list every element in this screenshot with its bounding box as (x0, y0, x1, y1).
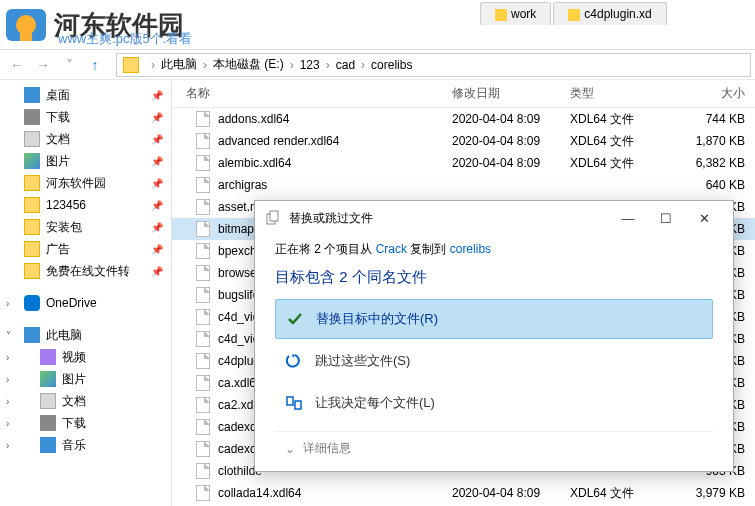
option-skip[interactable]: 跳过这些文件(S) (275, 341, 713, 381)
sidebar-item-num[interactable]: 123456📌 (0, 194, 171, 216)
file-icon (196, 419, 210, 435)
file-icon (196, 375, 210, 391)
sidebar-item-install[interactable]: 安装包📌 (0, 216, 171, 238)
svg-rect-5 (287, 397, 293, 405)
file-icon (196, 441, 210, 457)
option-decide[interactable]: 让我决定每个文件(L) (275, 383, 713, 423)
sidebar-item-pictures2[interactable]: ›图片 (0, 368, 171, 390)
file-date: 2020-04-04 8:09 (452, 134, 570, 148)
copy-icon (265, 210, 281, 226)
tab-plugin[interactable]: c4dplugin.xd (553, 2, 666, 25)
sidebar-item-documents2[interactable]: ›文档 (0, 390, 171, 412)
file-name: archigras (218, 178, 267, 192)
file-row[interactable]: archigras640 KB (172, 174, 755, 196)
window-tabs: work c4dplugin.xd (480, 2, 669, 25)
dest-link[interactable]: corelibs (450, 242, 491, 256)
chevron-right-icon: › (6, 352, 9, 363)
nav-up-button[interactable]: ↑ (82, 52, 108, 78)
breadcrumb-seg[interactable]: cad (336, 58, 355, 72)
maximize-button[interactable]: ☐ (647, 204, 685, 232)
file-row[interactable]: alembic.xdl642020-04-04 8:09XDL64 文件6,38… (172, 152, 755, 174)
file-icon (196, 133, 210, 149)
file-type: XDL64 文件 (570, 111, 670, 128)
replace-dialog: 替换或跳过文件 — ☐ ✕ 正在将 2 个项目从 Crack 复制到 corel… (254, 200, 734, 472)
col-size-header[interactable]: 大小 (670, 85, 755, 102)
sidebar: 桌面📌 下载📌 文档📌 图片📌 河东软件园📌 123456📌 安装包📌 广告📌 … (0, 80, 172, 506)
file-size: 1,870 KB (670, 134, 755, 148)
tab-work[interactable]: work (480, 2, 551, 25)
col-name-header[interactable]: 名称 (172, 85, 452, 102)
nav-forward-button: → (30, 52, 56, 78)
nav-recent-button[interactable]: ˅ (56, 52, 82, 78)
sidebar-item-downloads[interactable]: 下载📌 (0, 106, 171, 128)
sidebar-item-downloads2[interactable]: ›下载 (0, 412, 171, 434)
pin-icon: 📌 (151, 244, 163, 255)
chevron-right-icon: › (6, 418, 9, 429)
file-type: XDL64 文件 (570, 133, 670, 150)
file-icon (196, 397, 210, 413)
breadcrumb-seg[interactable]: 123 (300, 58, 320, 72)
file-type: XDL64 文件 (570, 485, 670, 502)
sidebar-item-freeonline[interactable]: 免费在线文件转📌 (0, 260, 171, 282)
file-row[interactable]: advanced render.xdl642020-04-04 8:09XDL6… (172, 130, 755, 152)
breadcrumb-drive[interactable]: 本地磁盘 (E:) (213, 56, 284, 73)
pc-icon (24, 327, 40, 343)
sidebar-item-desktop[interactable]: 桌面📌 (0, 84, 171, 106)
download-icon (40, 415, 56, 431)
col-type-header[interactable]: 类型 (570, 85, 670, 102)
col-date-header[interactable]: 修改日期 (452, 85, 570, 102)
check-icon (286, 310, 304, 328)
file-icon (196, 177, 210, 193)
picture-icon (24, 153, 40, 169)
file-icon (196, 111, 210, 127)
sidebar-item-documents[interactable]: 文档📌 (0, 128, 171, 150)
breadcrumb-seg[interactable]: corelibs (371, 58, 412, 72)
minimize-button[interactable]: — (609, 204, 647, 232)
source-link[interactable]: Crack (376, 242, 407, 256)
sidebar-item-thispc[interactable]: ˅此电脑 (0, 324, 171, 346)
file-icon (196, 287, 210, 303)
document-icon (24, 131, 40, 147)
compare-icon (285, 394, 303, 412)
file-size: 6,382 KB (670, 156, 755, 170)
option-replace[interactable]: 替换目标中的文件(R) (275, 299, 713, 339)
file-name: collada14.xdl64 (218, 486, 301, 500)
file-date: 2020-04-04 8:09 (452, 156, 570, 170)
chevron-right-icon: › (6, 298, 9, 309)
sidebar-item-pictures[interactable]: 图片📌 (0, 150, 171, 172)
file-row[interactable]: addons.xdl642020-04-04 8:09XDL64 文件744 K… (172, 108, 755, 130)
toolbar: ← → ˅ ↑ › 此电脑 › 本地磁盘 (E:) › 123 › cad › … (0, 50, 755, 80)
file-icon (196, 309, 210, 325)
chevron-down-icon: ⌄ (285, 442, 295, 456)
sidebar-item-onedrive[interactable]: ›OneDrive (0, 292, 171, 314)
pin-icon: 📌 (151, 266, 163, 277)
download-icon (24, 109, 40, 125)
sidebar-item-ads[interactable]: 广告📌 (0, 238, 171, 260)
svg-rect-4 (270, 211, 278, 221)
chevron-right-icon: › (6, 440, 9, 451)
file-icon (196, 353, 210, 369)
dialog-info: 正在将 2 个项目从 Crack 复制到 corelibs (275, 241, 713, 258)
folder-icon (24, 219, 40, 235)
file-icon (196, 221, 210, 237)
file-date: 2020-04-04 8:09 (452, 486, 570, 500)
breadcrumb[interactable]: › 此电脑 › 本地磁盘 (E:) › 123 › cad › corelibs (116, 53, 751, 77)
file-name: addons.xdl64 (218, 112, 289, 126)
sidebar-item-video[interactable]: ›视频 (0, 346, 171, 368)
file-name: advanced render.xdl64 (218, 134, 339, 148)
folder-icon (123, 57, 139, 73)
close-button[interactable]: ✕ (685, 204, 723, 232)
sidebar-item-music[interactable]: ›音乐 (0, 434, 171, 456)
breadcrumb-root[interactable]: 此电脑 (161, 56, 197, 73)
nav-back-button[interactable]: ← (4, 52, 30, 78)
sidebar-item-hdsoft[interactable]: 河东软件园📌 (0, 172, 171, 194)
more-details[interactable]: ⌄ 详细信息 (275, 431, 713, 457)
file-size: 640 KB (670, 178, 755, 192)
file-name: alembic.xdl64 (218, 156, 291, 170)
file-icon (196, 199, 210, 215)
file-row[interactable]: collada14.xdl642020-04-04 8:09XDL64 文件3,… (172, 482, 755, 504)
app-header: 河东软件园 www主爽.pc版5个.看看 work c4dplugin.xd (0, 0, 755, 50)
file-icon (196, 463, 210, 479)
file-icon (196, 485, 210, 501)
pin-icon: 📌 (151, 222, 163, 233)
